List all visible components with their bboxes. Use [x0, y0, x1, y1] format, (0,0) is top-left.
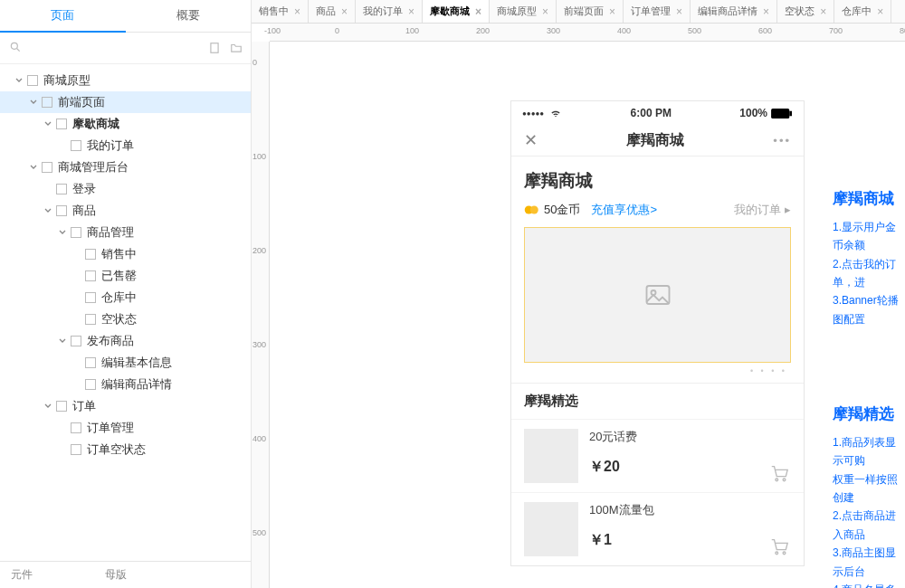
- product-row[interactable]: 20元话费￥20: [511, 419, 804, 492]
- caret-icon: [58, 337, 67, 346]
- tree-node[interactable]: 发布商品: [0, 330, 251, 352]
- svg-line-1: [17, 49, 20, 52]
- tree-node[interactable]: 前端页面: [0, 91, 251, 113]
- page-icon: [85, 249, 96, 260]
- product-row[interactable]: 100M流量包￥1: [511, 492, 804, 565]
- tab-close-icon[interactable]: ×: [341, 5, 348, 18]
- page-icon: [71, 227, 81, 238]
- ruler-tick: 200: [476, 26, 490, 35]
- tree-node[interactable]: 空状态: [0, 308, 251, 330]
- tab-close-icon[interactable]: ×: [609, 5, 615, 18]
- tab-close-icon[interactable]: ×: [763, 5, 769, 18]
- tree-node[interactable]: 订单空状态: [0, 439, 251, 460]
- footer-widgets[interactable]: 元件: [11, 567, 33, 583]
- tab-close-icon[interactable]: ×: [877, 5, 883, 18]
- new-folder-icon[interactable]: [229, 42, 243, 54]
- ruler-tick: 0: [252, 58, 257, 67]
- cart-icon[interactable]: [767, 536, 791, 556]
- banner-carousel[interactable]: [524, 227, 791, 363]
- svg-rect-4: [789, 110, 792, 116]
- tab-close-icon[interactable]: ×: [542, 5, 548, 18]
- tree-node[interactable]: 商城原型: [0, 70, 251, 91]
- tab-close-icon[interactable]: ×: [294, 5, 300, 18]
- tree-node[interactable]: 编辑基本信息: [0, 352, 251, 374]
- tree-label: 订单管理: [87, 420, 134, 436]
- tab-close-icon[interactable]: ×: [408, 5, 414, 18]
- tree-node[interactable]: 商品: [0, 200, 251, 222]
- document-tab[interactable]: 前端页面×: [557, 0, 624, 23]
- annotation-line: 4.商品名最多显示两: [833, 581, 905, 588]
- tree-node[interactable]: 订单管理: [0, 417, 251, 439]
- canvas[interactable]: ●●●●● 6:00 PM 100% ✕ 摩羯商城 •••: [270, 42, 905, 588]
- topup-link[interactable]: 充值享优惠>: [591, 202, 657, 218]
- tree-label: 编辑商品详情: [101, 376, 172, 393]
- page-icon: [85, 379, 96, 390]
- svg-point-0: [11, 43, 17, 49]
- more-icon[interactable]: •••: [773, 134, 791, 147]
- document-tabstrip: 销售中×商品×我的订单×摩歇商城×商城原型×前端页面×订单管理×编辑商品详情×空…: [252, 0, 905, 24]
- my-orders-link[interactable]: 我的订单 ▸: [734, 202, 791, 218]
- document-tab[interactable]: 编辑商品详情×: [691, 0, 777, 23]
- product-image: [524, 429, 578, 483]
- coins-icon: [524, 204, 540, 215]
- tree-label: 仓库中: [101, 289, 137, 306]
- document-tab[interactable]: 摩歇商城×: [423, 0, 490, 23]
- ruler-tick: -100: [264, 26, 281, 35]
- footer-masters[interactable]: 母版: [105, 567, 127, 583]
- page-icon: [85, 357, 96, 368]
- page-icon: [71, 444, 81, 455]
- tab-pages[interactable]: 页面: [0, 0, 126, 33]
- tab-close-icon[interactable]: ×: [475, 5, 481, 18]
- tab-close-icon[interactable]: ×: [676, 5, 682, 18]
- battery-percent: 100%: [739, 107, 767, 119]
- tree-label: 摩歇商城: [72, 116, 119, 132]
- page-icon: [56, 119, 67, 129]
- tree-node[interactable]: 我的订单: [0, 135, 251, 156]
- tree-label: 商品: [72, 203, 96, 219]
- tree-label: 商城管理后台: [58, 159, 129, 175]
- annotation-1: 摩羯商城 1.显示用户金币余额2.点击我的订单，进3.Banner轮播图配置: [833, 186, 905, 328]
- tree-node[interactable]: 登录: [0, 178, 251, 200]
- document-tab[interactable]: 商品×: [309, 0, 356, 23]
- svg-point-6: [530, 206, 538, 214]
- document-tab[interactable]: 空状态×: [777, 0, 834, 23]
- tree-node[interactable]: 编辑商品详情: [0, 374, 251, 395]
- svg-rect-3: [771, 109, 789, 119]
- new-page-icon[interactable]: [207, 42, 222, 54]
- tab-close-icon[interactable]: ×: [820, 5, 826, 18]
- page-icon: [27, 75, 38, 86]
- tab-outline[interactable]: 概要: [126, 0, 252, 32]
- search-input[interactable]: [7, 38, 200, 58]
- tree-node[interactable]: 订单: [0, 395, 251, 417]
- cart-icon[interactable]: [767, 463, 791, 483]
- product-image: [524, 502, 578, 556]
- page-icon: [42, 162, 52, 173]
- document-tab[interactable]: 销售中×: [252, 0, 309, 23]
- carousel-dots: • • • •: [511, 363, 804, 383]
- tab-label: 商城原型: [497, 5, 537, 18]
- signal-icon: ●●●●●: [522, 109, 544, 118]
- tree-node[interactable]: 商品管理: [0, 222, 251, 243]
- close-icon[interactable]: ✕: [524, 130, 538, 150]
- page-icon: [56, 401, 67, 412]
- tree-node[interactable]: 仓库中: [0, 287, 251, 308]
- caret-icon: [29, 163, 38, 172]
- tree-label: 登录: [72, 181, 96, 197]
- svg-point-10: [783, 479, 786, 481]
- tree-label: 已售罄: [101, 268, 137, 284]
- tree-node[interactable]: 销售中: [0, 243, 251, 265]
- svg-point-12: [783, 552, 786, 555]
- caret-icon: [43, 402, 52, 411]
- document-tab[interactable]: 仓库中×: [834, 0, 891, 23]
- main-area: 销售中×商品×我的订单×摩歇商城×商城原型×前端页面×订单管理×编辑商品详情×空…: [252, 0, 905, 588]
- document-tab[interactable]: 订单管理×: [624, 0, 691, 23]
- nav-title: 摩羯商城: [626, 131, 684, 150]
- tree-label: 订单空状态: [87, 441, 146, 458]
- page-icon: [85, 314, 96, 325]
- document-tab[interactable]: 我的订单×: [356, 0, 423, 23]
- tree-node[interactable]: 商城管理后台: [0, 156, 251, 178]
- tree-node[interactable]: 已售罄: [0, 265, 251, 287]
- ruler-tick: 700: [829, 26, 843, 35]
- document-tab[interactable]: 商城原型×: [490, 0, 557, 23]
- tree-node[interactable]: 摩歇商城: [0, 113, 251, 135]
